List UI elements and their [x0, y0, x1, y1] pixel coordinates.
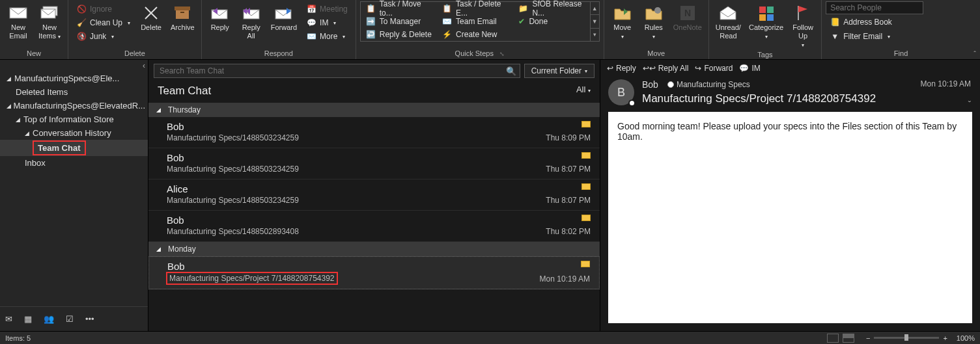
caret-down-icon: ◢	[156, 246, 164, 252]
message-item[interactable]: AliceManufacturing Specs/1488503234259Th…	[148, 179, 600, 211]
tasks-module-icon[interactable]: ☑	[66, 314, 74, 324]
forward-action[interactable]: ↪Forward	[695, 64, 733, 73]
qs-up[interactable]: ▲	[591, 2, 599, 14]
reply-all-button[interactable]: ReplyAll	[237, 1, 266, 40]
date-group-thursday[interactable]: ◢Thursday	[148, 103, 600, 117]
category-badge[interactable]: Manufacturing Specs	[667, 80, 750, 89]
search-scope-dropdown[interactable]: Current Folder▾	[524, 64, 595, 78]
message-item[interactable]: BobManufacturing Specs/1488503234259Thu …	[148, 148, 600, 179]
ribbon-group-tags: Unread/Read Categorize▾ FollowUp▾ Tags	[709, 0, 822, 59]
forward-icon	[274, 4, 294, 22]
message-subject: Manufacturing Specs/Project 7/1488208754…	[642, 92, 972, 105]
qs-create-new[interactable]: ⚡Create New	[437, 28, 513, 41]
zoom-slider[interactable]	[874, 337, 939, 339]
reply-button[interactable]: Reply	[206, 1, 234, 32]
reply-action[interactable]: ↩Reply	[607, 64, 636, 73]
more-respond-button[interactable]: ✉️More▾	[302, 30, 352, 43]
search-icon[interactable]: 🔍	[506, 66, 516, 76]
svg-rect-3	[175, 7, 190, 10]
zoom-thumb[interactable]	[904, 334, 908, 341]
reply-all-action[interactable]: ↩↩Reply All	[643, 64, 689, 73]
deleted-items-folder[interactable]: Deleted Items	[0, 85, 148, 99]
broom-icon: 🧹	[76, 18, 87, 28]
filter-dropdown[interactable]: All ▾	[576, 85, 591, 98]
qs-down[interactable]: ▼	[591, 14, 599, 27]
onenote-button[interactable]: NOneNote	[671, 1, 705, 32]
delete-x-icon	[141, 4, 161, 22]
view-reading-button[interactable]	[843, 334, 854, 343]
zoom-out-button[interactable]: −	[866, 334, 870, 342]
qs-team-email[interactable]: ✉️Team Email	[437, 15, 513, 28]
archive-button[interactable]: Archive	[168, 1, 197, 32]
calendar-module-icon[interactable]: ▦	[24, 314, 32, 324]
rules-button[interactable]: Rules▾	[639, 1, 668, 41]
expand-header-button[interactable]: ˇ	[968, 99, 971, 109]
search-folder-input[interactable]	[154, 64, 520, 78]
reply-icon: ↩️	[366, 30, 376, 39]
team-chat-folder[interactable]: Team Chat	[0, 140, 148, 156]
unread-read-button[interactable]: Unread/Read	[713, 1, 744, 40]
caret-down-icon: ◢	[16, 116, 23, 123]
envelope-icon: ✉️	[442, 17, 452, 26]
message-header: B Bob Manufacturing Specs Manufacturing …	[600, 75, 980, 112]
qs-to-manager[interactable]: ➡️To Manager	[361, 15, 437, 28]
qs-expand[interactable]: ▾	[591, 28, 599, 41]
message-item-selected[interactable]: BobManufacturing Specs/Project 7/1488208…	[148, 256, 600, 289]
im-button[interactable]: 💬IM▾	[302, 16, 352, 29]
top-store-node[interactable]: ◢Top of Information Store	[0, 112, 148, 126]
account-node[interactable]: ◢ManufacturingSpecs@Ele...	[0, 72, 148, 85]
inbox-folder[interactable]: Inbox	[0, 156, 148, 170]
ribbon-group-move: Move▾ Rules▾ NOneNote Move	[604, 0, 709, 59]
message-body: Good morning team! Please upload your sp…	[608, 112, 972, 323]
delete-button[interactable]: Delete	[137, 1, 165, 32]
ignore-icon: 🚫	[76, 4, 87, 14]
qs-reply-delete[interactable]: ↩️Reply & Delete	[361, 28, 437, 41]
zoom-in-button[interactable]: +	[943, 334, 947, 342]
caret-down-icon: ◢	[156, 107, 164, 113]
account2-node[interactable]: ◢ManufacturingSpecs@ElevatedR...	[0, 99, 148, 112]
zoom-level: 100%	[957, 334, 975, 342]
sender-avatar[interactable]: B	[608, 79, 634, 105]
qs-task-move[interactable]: 📋Task / Move to...	[361, 2, 437, 15]
categorize-button[interactable]: Categorize▾	[746, 1, 786, 41]
check-icon: ✔	[518, 17, 525, 26]
forward-button[interactable]: Forward	[268, 1, 300, 32]
svg-rect-14	[759, 14, 766, 21]
mail-module-icon[interactable]: ✉	[5, 314, 12, 324]
qs-sfob[interactable]: 📁SfOB Release N...	[513, 2, 589, 15]
junk-icon: 🚯	[76, 31, 87, 42]
view-normal-button[interactable]	[827, 334, 839, 343]
qs-done[interactable]: ✔Done	[513, 15, 589, 28]
new-email-button[interactable]: NewEmail	[4, 1, 33, 40]
message-item[interactable]: BobManufacturing Specs/1488502893408Thu …	[148, 211, 600, 242]
date-group-monday[interactable]: ◢Monday	[148, 242, 600, 256]
message-item[interactable]: BobManufacturing Specs/1488503234259Thu …	[148, 117, 600, 148]
qs-task-delete[interactable]: 📋Task / Delete E...	[437, 2, 513, 15]
quicksteps-gallery: 📋Task / Move to... ➡️To Manager ↩️Reply …	[360, 1, 600, 42]
ignore-button[interactable]: 🚫Ignore	[72, 3, 134, 16]
followup-button[interactable]: FollowUp▾	[789, 1, 817, 49]
ribbon-collapse-button[interactable]: ˆ	[973, 50, 976, 58]
conversation-history-node[interactable]: ◢Conversation History	[0, 126, 148, 140]
ribbon-group-new: NewEmail NewItems ▾ New	[0, 0, 68, 59]
ribbon-group-delete: 🚫Ignore 🧹Clean Up▾ 🚯Junk▾ Delete Archive…	[68, 0, 202, 59]
move-button[interactable]: Move▾	[608, 1, 637, 41]
more-modules-icon[interactable]: •••	[85, 314, 94, 324]
search-people-input[interactable]	[826, 1, 923, 14]
lightning-icon: ⚡	[442, 30, 452, 39]
address-book-button[interactable]: 📒Address Book	[826, 16, 923, 29]
cleanup-button[interactable]: 🧹Clean Up▾	[72, 16, 134, 29]
nav-module-switcher: ✉ ▦ 👥 ☑ •••	[0, 306, 148, 331]
message-time: Mon 10:19 AM	[921, 79, 971, 88]
nav-collapse-button[interactable]: ‹	[143, 61, 145, 70]
filter-email-button[interactable]: ▼Filter Email▾	[826, 30, 923, 43]
junk-button[interactable]: 🚯Junk▾	[72, 30, 134, 43]
svg-rect-12	[759, 7, 766, 13]
svg-rect-13	[767, 7, 774, 13]
new-items-button[interactable]: NewItems ▾	[35, 1, 64, 41]
im-action[interactable]: 💬IM	[739, 64, 760, 73]
ribbon: NewEmail NewItems ▾ New 🚫Ignore 🧹Clean U…	[0, 0, 980, 60]
people-module-icon[interactable]: 👥	[44, 314, 54, 324]
envelope-icon	[581, 183, 591, 190]
meeting-button[interactable]: 📅Meeting	[302, 3, 352, 16]
